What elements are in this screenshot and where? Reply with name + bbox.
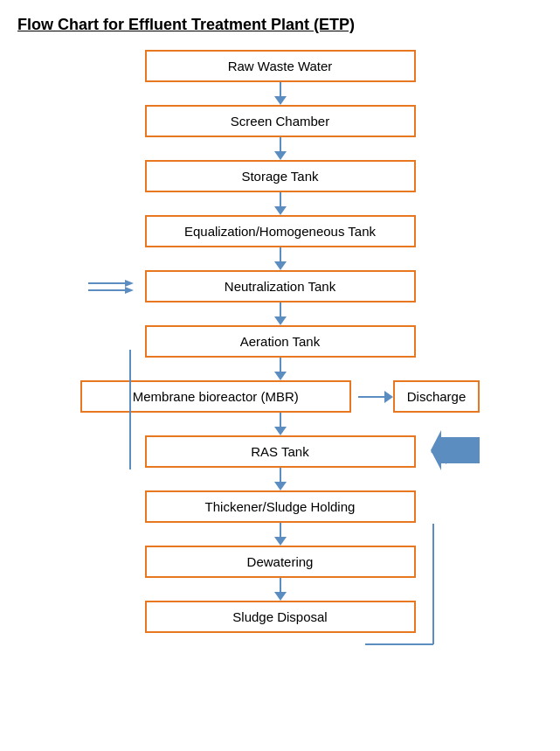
node-sludge-disposal: Sludge Disposal	[145, 601, 416, 633]
node-screen-chamber: Screen Chamber	[145, 105, 416, 137]
flow-nodes: Raw Waste Water Screen Chamber Storage T…	[27, 50, 534, 633]
node-mbr: Membrane bioreactor (MBR)	[80, 380, 351, 413]
neutralization-row: Neutralization Tank	[27, 270, 534, 302]
arrow-9	[274, 523, 287, 546]
arrow-5	[274, 302, 287, 325]
svg-marker-5	[125, 280, 134, 287]
node-aeration-tank: Aeration Tank	[145, 325, 416, 358]
node-neutralization-tank: Neutralization Tank	[145, 270, 416, 302]
arrow-4	[274, 247, 287, 270]
arrow-10	[274, 578, 287, 601]
flowchart: Raw Waste Water Screen Chamber Storage T…	[27, 50, 534, 633]
left-feedback-arrow	[88, 276, 134, 297]
mbr-row: Membrane bioreactor (MBR) Discharge	[27, 380, 534, 413]
arrow-2	[274, 137, 287, 160]
page-title: Flow Chart for Effluent Treatment Plant …	[17, 16, 543, 34]
node-raw-waste-water: Raw Waste Water	[145, 50, 416, 82]
arrow-8	[274, 468, 287, 490]
node-equalization-tank: Equalization/Homogeneous Tank	[145, 215, 416, 247]
ras-feedback-arrow	[431, 437, 480, 467]
node-ras-tank: RAS Tank	[145, 435, 416, 468]
node-discharge: Discharge	[393, 380, 480, 413]
arrow-6	[274, 358, 287, 380]
arrow-1	[274, 82, 287, 105]
arrow-3	[274, 192, 287, 215]
discharge-arrow	[358, 391, 393, 403]
ras-row: RAS Tank	[27, 435, 534, 468]
svg-marker-6	[125, 287, 134, 294]
node-storage-tank: Storage Tank	[145, 160, 416, 192]
node-dewatering: Dewatering	[145, 546, 416, 578]
arrow-7	[274, 413, 287, 435]
node-thickener: Thickener/Sludge Holding	[145, 490, 416, 523]
